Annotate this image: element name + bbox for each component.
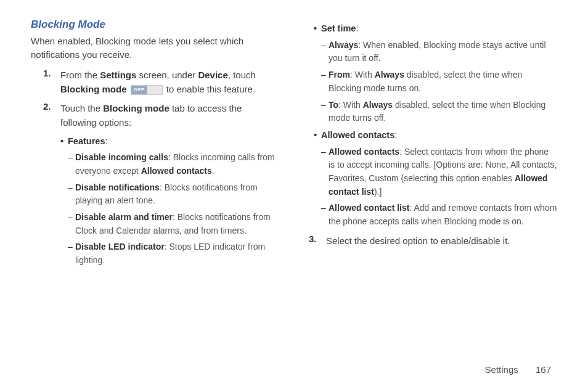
bold-always-2: Always: [375, 70, 404, 80]
dash-allowed-contacts: Allowed contacts: Select contacts from w…: [321, 145, 557, 199]
text: :: [394, 130, 397, 140]
bold-always: Always: [329, 40, 358, 50]
left-column: Blocking Mode When enabled, Blocking mod…: [31, 18, 279, 271]
text: , touch: [228, 70, 256, 80]
dash-disable-led: Disable LED indicator: Stops LED indicat…: [68, 240, 279, 267]
intro-text: When enabled, Blocking mode lets you sel…: [31, 35, 279, 62]
text: .: [212, 166, 214, 176]
bold-dat: Disable alarm and timer: [75, 212, 173, 222]
text: to enable this feature.: [166, 84, 255, 94]
text: :: [356, 23, 358, 33]
text: Touch the: [60, 103, 103, 113]
dash-disable-notifications: Disable notifications: Blocks notificati…: [68, 181, 279, 208]
page-footer: Settings 167: [485, 364, 551, 375]
step-2-nested-cont: Set time: Always: When enabled, Blocking…: [309, 22, 557, 229]
bold-allowed-contacts-label: Allowed contacts: [321, 130, 394, 140]
bold-ac: Allowed contacts: [329, 147, 399, 157]
step-2: 2. Touch the Blocking mode tab to access…: [31, 101, 279, 130]
bold-allowed-contacts: Allowed contacts: [141, 166, 212, 176]
bold-settings: Settings: [100, 70, 136, 80]
step-number: 3.: [309, 234, 326, 248]
bullet-allowed-contacts: Allowed contacts:: [314, 129, 557, 142]
bold-acl: Allowed contact list: [329, 203, 409, 213]
bold-blocking-mode-tab: Blocking mode: [103, 103, 169, 113]
step-number: 2.: [43, 101, 60, 130]
dash-disable-alarm-timer: Disable alarm and timer: Blocks notifica…: [68, 211, 279, 237]
footer-section: Settings: [485, 364, 518, 375]
dash-disable-incoming-calls: Disable incoming calls: Blocks incoming …: [68, 151, 279, 178]
bullet-set-time: Set time:: [314, 22, 557, 36]
bold-dic: Disable incoming calls: [75, 152, 168, 162]
bold-always-3: Always: [363, 100, 393, 110]
step-body: From the Settings screen, under Device, …: [60, 68, 279, 97]
bold-to: To: [329, 100, 338, 110]
section-heading: Blocking Mode: [31, 18, 279, 31]
text: : When enabled, Blocking mode stays acti…: [329, 40, 546, 63]
step-1: 1. From the Settings screen, under Devic…: [31, 68, 279, 97]
dash-from: From: With Always disabled, select the t…: [321, 68, 557, 95]
bold-set-time: Set time: [321, 23, 356, 33]
bold-blocking-mode: Blocking mode: [60, 84, 127, 94]
page-columns: Blocking Mode When enabled, Blocking mod…: [31, 18, 557, 271]
toggle-knob: OFF: [131, 86, 147, 94]
step-3: 3. Select the desired option to enable/d…: [309, 234, 557, 248]
text: screen, under: [136, 70, 198, 80]
bold-from: From: [329, 70, 350, 80]
step-number: 1.: [43, 68, 60, 97]
right-column: Set time: Always: When enabled, Blocking…: [309, 18, 557, 271]
step-2-nested: Features: Disable incoming calls: Blocks…: [31, 135, 279, 267]
dash-allowed-contact-list: Allowed contact list: Add and remove con…: [321, 202, 557, 228]
text: : With: [338, 100, 363, 110]
footer-page-number: 167: [536, 364, 551, 375]
bold-features: Features: [68, 136, 105, 146]
dash-to: To: With Always disabled, select the tim…: [321, 99, 557, 125]
text: : With: [350, 70, 375, 80]
bold-dn: Disable notifications: [75, 182, 160, 192]
off-toggle-icon: OFF: [131, 85, 163, 95]
text: From the: [60, 70, 100, 80]
dash-always: Always: When enabled, Blocking mode stay…: [321, 39, 557, 65]
text: :: [105, 136, 107, 146]
bullet-features: Features:: [60, 135, 279, 149]
bold-dled: Disable LED indicator: [75, 242, 165, 251]
bold-device: Device: [198, 70, 227, 80]
text: ).]: [374, 187, 382, 197]
step-body: Select the desired option to enable/disa…: [326, 234, 557, 248]
step-body: Touch the Blocking mode tab to access th…: [60, 101, 279, 130]
